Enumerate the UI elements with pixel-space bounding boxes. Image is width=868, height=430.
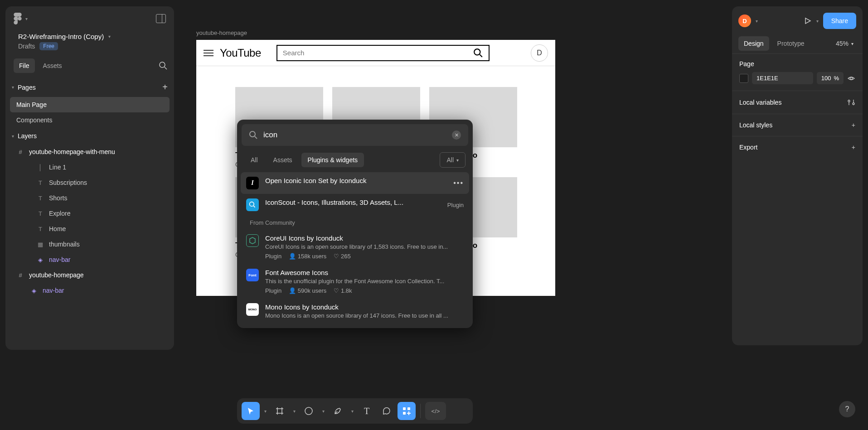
layer-text[interactable]: T Shorts — [10, 190, 170, 206]
svg-point-0 — [18, 17, 22, 21]
help-button[interactable]: ? — [839, 401, 855, 417]
chevron-down-icon: ▾ — [25, 16, 28, 21]
user-avatar[interactable]: D — [738, 14, 751, 27]
plugin-icon — [246, 198, 259, 211]
local-styles-section[interactable]: Local styles + — [732, 114, 863, 136]
qa-filters: All Assets Plugins & widgets All ▾ — [237, 150, 473, 172]
qa-result-desc: CoreUI Icons is an open source library o… — [265, 243, 464, 250]
panel-toggle-button[interactable] — [156, 14, 166, 23]
layer-component[interactable]: ◈ nav-bar — [10, 252, 170, 267]
page-item[interactable]: Components — [10, 112, 170, 128]
file-location[interactable]: Drafts — [18, 43, 35, 50]
chevron-down-icon[interactable]: ▾ — [756, 19, 758, 24]
component-icon: ◈ — [36, 256, 44, 263]
qa-result-item[interactable]: IconScout - Icons, Illustrations, 3D Ass… — [241, 194, 469, 216]
layer-text[interactable]: T Home — [10, 221, 170, 237]
layer-frame[interactable]: # youtube-homepage — [10, 267, 170, 283]
pen-tool-chevron[interactable]: ▾ — [349, 409, 356, 414]
plan-badge[interactable]: Free — [39, 42, 58, 50]
tab-file[interactable]: File — [14, 58, 35, 73]
line-icon: │ — [36, 164, 44, 171]
pen-tool[interactable] — [329, 402, 347, 420]
frame-icon: # — [16, 272, 24, 279]
shape-tool-chevron[interactable]: ▾ — [320, 409, 327, 414]
group-icon: ▦ — [36, 241, 44, 248]
zoom-control[interactable]: 45% ▾ — [836, 40, 856, 47]
add-button[interactable]: + — [852, 144, 855, 151]
present-button[interactable] — [804, 17, 812, 25]
yt-topbar: YouTube D — [196, 40, 555, 66]
clear-button[interactable]: ✕ — [452, 130, 461, 140]
layer-name: youtube-homepage-with-menu — [29, 148, 115, 155]
layer-text[interactable]: T Explore — [10, 206, 170, 221]
qa-result-item[interactable]: MONO Mono Icons by Iconduck Mono Icons i… — [241, 299, 469, 324]
frame-tool-chevron[interactable]: ▾ — [291, 409, 298, 414]
layer-line[interactable]: │ Line 1 — [10, 159, 170, 175]
settings-icon[interactable] — [847, 98, 855, 106]
share-button[interactable]: Share — [823, 13, 856, 29]
frame-tool[interactable] — [271, 402, 289, 420]
figma-menu[interactable]: ▾ — [14, 13, 28, 24]
file-location-row: Drafts Free — [5, 40, 174, 57]
svg-line-6 — [255, 136, 257, 139]
yt-logo: YouTube — [220, 47, 261, 59]
qa-result-tag: Plugin — [447, 202, 464, 208]
qa-search-input[interactable] — [263, 130, 452, 140]
export-section[interactable]: Export + — [732, 136, 863, 158]
visibility-toggle[interactable] — [847, 74, 855, 82]
search-button[interactable] — [159, 61, 168, 70]
frame-label[interactable]: youtube-homepage — [196, 29, 247, 36]
shape-tool[interactable] — [300, 402, 318, 420]
local-variables-section[interactable]: Local variables — [732, 91, 863, 114]
layer-frame[interactable]: # youtube-homepage-with-menu — [10, 144, 170, 159]
text-tool[interactable]: T — [358, 402, 376, 420]
tab-design[interactable]: Design — [738, 36, 769, 51]
qa-filter-all[interactable]: All — [244, 153, 264, 167]
layer-name: youtube-homepage — [29, 271, 84, 279]
file-name: R2-Wireframing-Intro (Copy) — [18, 33, 104, 40]
svg-line-8 — [253, 206, 255, 207]
add-button[interactable]: + — [852, 121, 855, 129]
move-tool[interactable] — [242, 402, 260, 420]
chevron-down-icon[interactable]: ▾ — [816, 19, 819, 24]
yt-search-box — [276, 45, 490, 61]
page-section: Page 1E1E1E 100 % — [732, 54, 863, 91]
layer-text[interactable]: T Subscriptions — [10, 175, 170, 190]
color-value[interactable]: 1E1E1E — [752, 72, 813, 84]
qa-result-desc: Mono Icons is an open source library of … — [265, 312, 464, 319]
comment-tool[interactable] — [378, 402, 396, 420]
layer-component[interactable]: ◈ nav-bar — [10, 283, 170, 298]
qa-filter-plugins[interactable]: Plugins & widgets — [301, 153, 364, 167]
qa-filter-assets[interactable]: Assets — [267, 153, 299, 167]
qa-result-item[interactable]: Font Font Awesome Icons This is the unof… — [241, 264, 469, 299]
left-tabs: File Assets — [5, 57, 174, 77]
svg-line-2 — [165, 67, 167, 69]
right-panel: D ▾ ▾ Share Design Prototype 45% ▾ Page … — [732, 6, 863, 345]
layers-header[interactable]: ▾ Layers — [5, 128, 174, 144]
qa-result-item[interactable]: CoreUI Icons by Iconduck CoreUI Icons is… — [241, 230, 469, 264]
layer-group[interactable]: ▦ thumbnails — [10, 237, 170, 252]
section-label: Local variables — [739, 99, 781, 106]
chevron-down-icon: ▾ — [456, 158, 459, 163]
file-title-row[interactable]: R2-Wireframing-Intro (Copy) ▾ — [5, 29, 174, 40]
svg-point-7 — [250, 202, 254, 207]
actions-tool[interactable] — [398, 402, 416, 420]
pages-header[interactable]: ▾ Pages + — [5, 77, 174, 97]
svg-rect-15 — [407, 407, 410, 410]
move-tool-chevron[interactable]: ▾ — [262, 409, 269, 414]
color-swatch[interactable] — [739, 74, 748, 83]
search-icon — [249, 130, 258, 140]
opacity-value[interactable]: 100 % — [817, 72, 844, 84]
qa-result-item[interactable]: I Open Iconic Icon Set by Iconduck ••• — [241, 172, 469, 194]
add-page-button[interactable]: + — [162, 82, 168, 92]
tab-assets[interactable]: Assets — [38, 58, 68, 73]
page-item[interactable]: Main Page — [10, 97, 170, 112]
dev-mode-toggle[interactable]: </> — [425, 402, 446, 420]
search-icon — [159, 61, 168, 70]
tab-prototype[interactable]: Prototype — [772, 36, 810, 51]
more-button[interactable]: ••• — [453, 179, 464, 187]
qa-filter-scope[interactable]: All ▾ — [440, 152, 466, 168]
svg-point-13 — [305, 407, 312, 415]
component-icon: ◈ — [30, 287, 38, 294]
svg-point-3 — [474, 49, 480, 55]
